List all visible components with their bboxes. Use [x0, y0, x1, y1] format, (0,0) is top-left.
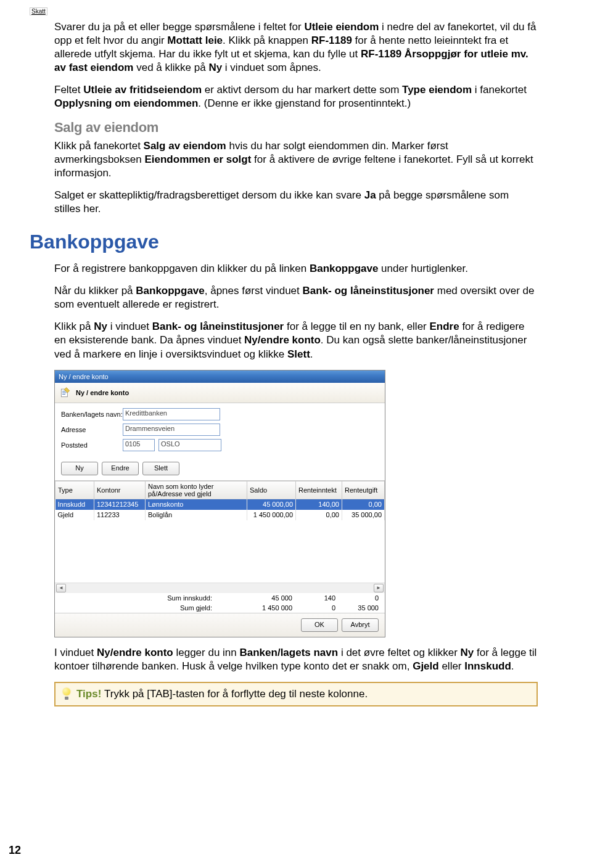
label-sum-innskudd: Sum innskudd: [126, 594, 249, 602]
paragraph-utleie: Svarer du ja på et eller begge spørsmåle… [54, 20, 538, 75]
lightbulb-icon [62, 688, 72, 700]
col-renteutgift[interactable]: Renteutgift [342, 481, 385, 499]
label-sum-gjeld: Sum gjeld: [126, 604, 249, 612]
input-postnr[interactable]: 0105 [123, 439, 155, 451]
heading-salg-av-eiendom: Salg av eiendom [54, 120, 538, 136]
sum-gjeld-saldo: 1 450 000 [249, 604, 292, 612]
table-row[interactable]: Innskudd 12341212345 Lønnskonto 45 000,0… [56, 499, 385, 510]
input-bank-name[interactable]: Kredittbanken [123, 408, 220, 420]
input-poststed[interactable]: OSLO [158, 439, 221, 451]
sum-gjeld-renteinn: 0 [292, 604, 335, 612]
heading-bankoppgave: Bankoppgave [30, 231, 538, 253]
input-address[interactable]: Drammensveien [123, 424, 220, 436]
paragraph-salg-2: Salget er skattepliktig/fradragsberettig… [54, 189, 538, 216]
paragraph-salg-1: Klikk på fanekortet Salg av eiendom hvis… [54, 139, 538, 180]
col-renteinntekt[interactable]: Renteinntekt [296, 481, 342, 499]
sum-innskudd-saldo: 45 000 [249, 594, 292, 602]
label-address: Adresse [61, 426, 123, 433]
endre-button[interactable]: Endre [102, 462, 139, 475]
col-saldo[interactable]: Saldo [247, 481, 296, 499]
ok-button[interactable]: OK [301, 618, 338, 632]
sum-innskudd-renteut: 0 [335, 594, 379, 602]
tip-box: Tips! Trykk på [TAB]-tasten for å forfly… [54, 682, 538, 706]
tip-text: Trykk på [TAB]-tasten for å forflytte de… [104, 688, 368, 700]
dialog-ny-endre-konto: Ny / endre konto Ny / endre konto Banken… [54, 370, 385, 637]
dialog-titlebar: Ny / endre konto [55, 371, 385, 383]
header-tag: Skatt [30, 7, 47, 15]
paragraph-bank-1: For å registrere bankoppgaven din klikke… [54, 262, 538, 276]
sum-gjeld-renteut: 35 000 [335, 604, 379, 612]
scroll-left-icon[interactable]: ◄ [56, 584, 66, 592]
ny-button[interactable]: Ny [61, 462, 98, 475]
tip-label: Tips! [76, 688, 104, 700]
scroll-right-icon[interactable]: ► [374, 584, 384, 592]
accounts-grid[interactable]: Type Kontonr Navn som konto lyder på/Adr… [55, 481, 385, 583]
col-kontonr[interactable]: Kontonr [94, 481, 146, 499]
dialog-header-label: Ny / endre konto [76, 389, 129, 396]
paragraph-bank-2: Når du klikker på Bankoppgave, åpnes før… [54, 284, 538, 311]
label-bank-name: Banken/lagets navn: [61, 411, 123, 418]
paragraph-bank-3: Klikk på Ny i vinduet Bank- og låneinsti… [54, 320, 538, 361]
paragraph-fritidseiendom: Feltet Utleie av fritidseiendom er aktiv… [54, 83, 538, 110]
page-number: 12 [9, 844, 21, 857]
col-type[interactable]: Type [56, 481, 94, 499]
avbryt-button[interactable]: Avbryt [342, 618, 379, 632]
paragraph-bank-4: I vinduet Ny/endre konto legger du inn B… [54, 646, 538, 673]
edit-document-icon [59, 386, 72, 399]
col-navn[interactable]: Navn som konto lyder på/Adresse ved gjel… [146, 481, 247, 499]
horizontal-scrollbar[interactable]: ◄ ► [55, 583, 385, 593]
label-poststed: Poststed [61, 441, 123, 449]
sum-innskudd-renteinn: 140 [292, 594, 335, 602]
table-row[interactable]: Gjeld 112233 Boliglån 1 450 000,00 0,00 … [56, 510, 385, 520]
slett-button[interactable]: Slett [142, 462, 179, 475]
